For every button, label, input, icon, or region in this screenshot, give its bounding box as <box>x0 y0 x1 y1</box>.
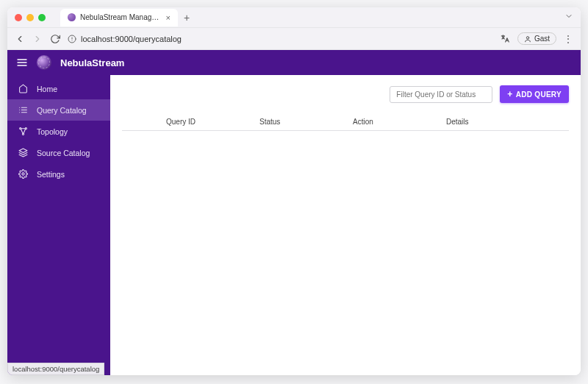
tab-title: NebulaStream Management <box>80 13 162 21</box>
col-action: Action <box>353 118 446 126</box>
url-field[interactable]: localhost:9000/querycatalog <box>68 35 492 43</box>
browser-titlebar: NebulaStream Management × + <box>7 7 581 28</box>
app-header: NebulaStream <box>7 50 581 75</box>
sidebar-item-topology[interactable]: Topology <box>7 121 110 142</box>
site-info-icon[interactable] <box>68 35 76 43</box>
new-tab-button[interactable]: + <box>184 13 190 23</box>
close-tab-icon[interactable]: × <box>166 13 171 22</box>
sidebar-item-query-catalog[interactable]: Query Catalog <box>7 99 110 121</box>
main-content: + ADD QUERY Query ID Status Action Detai… <box>110 75 581 375</box>
sidebar-item-source-catalog[interactable]: Source Catalog <box>7 142 110 163</box>
add-query-label: ADD QUERY <box>516 90 562 99</box>
favicon-icon <box>68 13 76 21</box>
table-header: Query ID Status Action Details <box>122 113 569 131</box>
page-toolbar: + ADD QUERY <box>122 85 569 103</box>
add-query-button[interactable]: + ADD QUERY <box>500 85 569 103</box>
menu-toggle-button[interactable] <box>16 57 28 68</box>
url-text: localhost:9000/querycatalog <box>81 35 182 43</box>
sidebar: Home Query Catalog Topology Source Catal… <box>7 75 110 375</box>
window-expand-icon[interactable] <box>564 12 573 23</box>
list-icon <box>18 105 28 115</box>
profile-button[interactable]: Gast <box>517 32 556 45</box>
sidebar-item-label: Query Catalog <box>37 106 87 115</box>
sidebar-item-label: Home <box>37 85 57 93</box>
col-query-id: Query ID <box>166 118 259 126</box>
sidebar-item-label: Source Catalog <box>37 149 90 157</box>
svg-point-3 <box>526 36 528 38</box>
sidebar-item-settings[interactable]: Settings <box>7 163 110 185</box>
sidebar-item-label: Topology <box>37 127 68 136</box>
filter-input[interactable] <box>390 86 492 103</box>
reload-button[interactable] <box>50 34 60 44</box>
maximize-window-icon[interactable] <box>38 14 46 21</box>
svg-point-17 <box>21 173 24 175</box>
close-window-icon[interactable] <box>15 14 22 21</box>
col-status: Status <box>259 118 353 126</box>
browser-tab[interactable]: NebulaStream Management × <box>60 9 178 26</box>
translate-icon[interactable] <box>500 34 510 44</box>
back-button[interactable] <box>15 34 25 44</box>
plus-icon: + <box>507 90 512 99</box>
svg-marker-16 <box>19 149 27 152</box>
brand-logo-icon <box>37 55 51 70</box>
network-icon <box>18 127 28 136</box>
window-controls <box>15 14 46 21</box>
layers-icon <box>18 148 28 157</box>
browser-menu-button[interactable]: ⋮ <box>564 34 573 44</box>
profile-label: Gast <box>534 35 550 43</box>
sidebar-item-home[interactable]: Home <box>7 78 110 99</box>
gear-icon <box>18 169 28 179</box>
link-hover-status: localhost:9000/querycatalog <box>7 363 104 375</box>
minimize-window-icon[interactable] <box>26 14 34 21</box>
browser-address-bar: localhost:9000/querycatalog Gast ⋮ <box>7 28 581 50</box>
forward-button <box>32 34 43 44</box>
sidebar-item-label: Settings <box>37 170 65 179</box>
brand-name: NebulaStream <box>60 57 124 68</box>
home-icon <box>18 84 28 93</box>
col-details: Details <box>446 118 539 126</box>
